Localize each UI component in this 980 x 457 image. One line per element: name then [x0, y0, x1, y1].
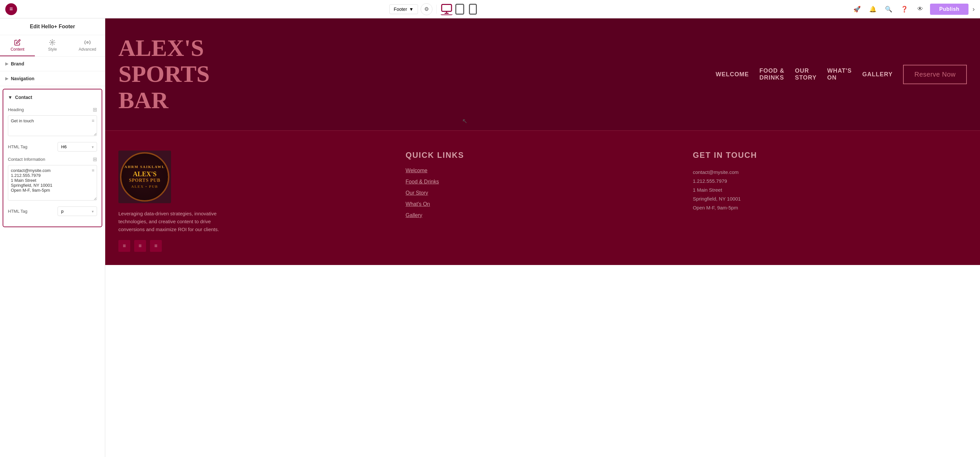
contact-info-expand-icon[interactable]: ⊞: [93, 156, 97, 162]
top-bar-left: ≡: [5, 3, 17, 15]
brand-section-header[interactable]: ▶ Brand: [0, 57, 105, 71]
footer-selector[interactable]: Footer ▼: [389, 4, 418, 14]
contact-label: Contact: [15, 95, 32, 100]
publish-button[interactable]: Publish: [930, 4, 969, 15]
main-layout: Edit Hello+ Footer Content Style Advance…: [0, 18, 980, 457]
mobile-view-button[interactable]: [467, 3, 479, 15]
nav-welcome[interactable]: WELCOME: [716, 71, 749, 78]
social-icon-3[interactable]: ≡: [150, 240, 162, 252]
tab-advanced-label: Advanced: [79, 47, 96, 52]
footer-social-icons: ≡ ≡ ≡: [118, 240, 392, 252]
footer-grid: AHRM SAIKLAWL ALEX'S SPORTS PUB ALEX • P…: [118, 151, 967, 252]
heading-textarea-wrapper: Get in touch ≡: [8, 116, 97, 137]
contact-section-header[interactable]: ▼ Contact: [3, 91, 102, 104]
contact-info-field-row: Contact Information ⊞: [8, 156, 97, 162]
contact-info-textarea[interactable]: contact@mysite.com 1.212.555.7979 1 Main…: [8, 165, 97, 200]
heading-html-tag-select[interactable]: H6 H1H2H3H4H5 pdivspan: [57, 142, 97, 152]
footer-contact-details: contact@mysite.com 1.212.555.7979 1 Main…: [693, 168, 967, 212]
tab-content[interactable]: Content: [0, 35, 35, 56]
svg-point-8: [86, 42, 88, 43]
contact-html-tag-select[interactable]: p divspanli: [57, 206, 97, 216]
site-navigation: WELCOME FOOD &DRINKS OURSTORY WHAT'SON G…: [716, 65, 967, 84]
nav-gallery[interactable]: GALLERY: [862, 71, 892, 78]
sidebar-tabs: Content Style Advanced: [0, 35, 105, 57]
brand-label: Brand: [11, 61, 24, 67]
site-logo: ALEX'S SPORTS BAR: [118, 35, 210, 113]
chevron-down-icon: ▼: [409, 6, 414, 12]
top-bar-center: Footer ▼ ⚙: [389, 3, 479, 15]
svg-point-7: [52, 42, 53, 43]
help-button[interactable]: ❓: [899, 3, 910, 15]
heading-expand-icon[interactable]: ⊞: [93, 106, 97, 113]
footer-description: Leveraging data-driven strategies, innov…: [118, 210, 224, 233]
top-bar: ≡ Footer ▼ ⚙ 🚀 🔔 🔍 ❓ 👁 Publish ›: [0, 0, 980, 18]
site-footer: AHRM SAIKLAWL ALEX'S SPORTS PUB ALEX • P…: [105, 131, 980, 265]
navigation-section-header[interactable]: ▶ Navigation: [0, 71, 105, 86]
contact-section: ▼ Contact Heading ⊞ Get in touch ≡ HTML …: [3, 89, 102, 227]
tab-style[interactable]: Style: [35, 35, 70, 56]
logo-line1: ALEX'S: [118, 35, 210, 61]
footer-address2: Springfield, NY 10001: [693, 194, 967, 203]
tab-style-label: Style: [48, 47, 57, 52]
contact-info-format-icon[interactable]: ≡: [92, 168, 94, 173]
brand-section: ▶ Brand: [0, 57, 105, 71]
footer-email: contact@mysite.com: [693, 168, 967, 176]
footer-contact-title: GET IN TOUCH: [693, 151, 967, 160]
top-bar-right: 🚀 🔔 🔍 ❓ 👁 Publish ›: [851, 3, 975, 15]
footer-contact-section: GET IN TOUCH contact@mysite.com 1.212.55…: [693, 151, 967, 212]
sidebar-title: Edit Hello+ Footer: [0, 18, 105, 35]
quick-link-welcome[interactable]: Welcome: [406, 168, 679, 174]
tablet-view-button[interactable]: [454, 3, 466, 15]
quick-links-section: QUICK LINKS Welcome Food & Drinks Our St…: [406, 151, 679, 224]
quick-link-gallery[interactable]: Gallery: [406, 213, 679, 218]
heading-format-icon[interactable]: ≡: [92, 118, 94, 123]
nav-food-drinks[interactable]: FOOD &DRINKS: [759, 67, 784, 81]
tab-advanced[interactable]: Advanced: [70, 35, 105, 56]
svg-rect-0: [442, 4, 452, 11]
contact-section-body: Heading ⊞ Get in touch ≡ HTML Tag H6 H1H…: [3, 104, 102, 225]
publish-arrow-button[interactable]: ›: [972, 5, 975, 13]
heading-textarea[interactable]: Get in touch: [8, 116, 97, 136]
navigation-section: ▶ Navigation: [0, 71, 105, 86]
logo-line3: BAR: [118, 87, 210, 113]
search-button[interactable]: 🔍: [883, 3, 894, 15]
contact-html-tag-wrapper: p divspanli: [57, 206, 97, 216]
quick-link-our-story[interactable]: Our Story: [406, 190, 679, 196]
heading-field-label: Heading: [8, 107, 24, 112]
quick-link-whats-on[interactable]: What's On: [406, 201, 679, 207]
quick-link-food-drinks[interactable]: Food & Drinks: [406, 179, 679, 185]
social-icon-1[interactable]: ≡: [118, 240, 130, 252]
reserve-now-button[interactable]: Reserve Now: [903, 65, 967, 84]
notifications-bell-button[interactable]: 🔔: [867, 3, 879, 15]
contact-info-label: Contact Information: [8, 157, 45, 162]
nav-our-story[interactable]: OURSTORY: [795, 67, 816, 81]
sports-pub-logo: AHRM SAIKLAWL ALEX'S SPORTS PUB ALEX • P…: [120, 152, 169, 202]
brand-arrow-icon: ▶: [5, 62, 8, 66]
navigation-arrow-icon: ▶: [5, 76, 8, 81]
contact-html-tag-row: HTML Tag p divspanli: [8, 206, 97, 216]
footer-phone: 1.212.555.7979: [693, 176, 967, 186]
footer-address1: 1 Main Street: [693, 186, 967, 194]
heading-html-tag-wrapper: H6 H1H2H3H4H5 pdivspan: [57, 142, 97, 152]
heading-html-tag-label: HTML Tag: [8, 144, 27, 149]
tab-content-label: Content: [11, 47, 24, 52]
nav-whats-on[interactable]: WHAT'SON: [827, 67, 852, 81]
site-header: ALEX'S SPORTS BAR WELCOME FOOD &DRINKS O…: [105, 18, 980, 130]
device-selector: [441, 3, 479, 15]
contact-arrow-icon: ▼: [8, 95, 13, 100]
elementor-logo[interactable]: ≡: [5, 3, 17, 15]
settings-gear-button[interactable]: ⚙: [421, 3, 433, 15]
logo-line2: SPORTS: [118, 61, 210, 87]
heading-field-row: Heading ⊞: [8, 106, 97, 113]
desktop-view-button[interactable]: [441, 3, 452, 15]
preview-eye-button[interactable]: 👁: [914, 3, 926, 15]
social-icon-2[interactable]: ≡: [134, 240, 146, 252]
cursor-indicator: ↖: [462, 117, 468, 125]
heading-html-tag-row: HTML Tag H6 H1H2H3H4H5 pdivspan: [8, 142, 97, 152]
footer-logo-image: AHRM SAIKLAWL ALEX'S SPORTS PUB ALEX • P…: [118, 151, 171, 203]
rocket-icon-button[interactable]: 🚀: [851, 3, 863, 15]
footer-logo-section: AHRM SAIKLAWL ALEX'S SPORTS PUB ALEX • P…: [118, 151, 392, 252]
footer-hours: Open M-F, 9am-5pm: [693, 203, 967, 212]
quick-links-title: QUICK LINKS: [406, 151, 679, 160]
navigation-label: Navigation: [11, 76, 35, 81]
